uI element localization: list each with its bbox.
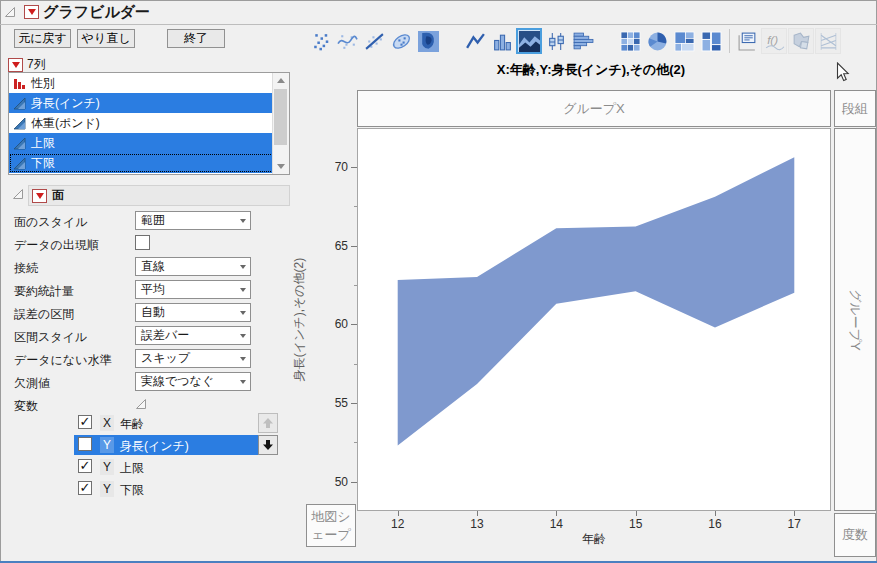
palette-pie-icon[interactable]: [644, 28, 670, 54]
palette-line-of-fit-icon[interactable]: [361, 28, 387, 54]
palette-contour-icon[interactable]: [415, 28, 441, 54]
variable-label: 身長(インチ): [120, 438, 189, 455]
palette-area-icon[interactable]: [516, 28, 542, 54]
outline-title-bar: グラフビルダー: [0, 0, 877, 25]
variable-row[interactable]: ✓X年齢: [0, 413, 300, 435]
palette-smoother-icon[interactable]: [334, 28, 360, 54]
move-up-button: [258, 413, 278, 433]
要約統計量-select[interactable]: 平均: [135, 280, 251, 299]
scroll-up-icon[interactable]: [277, 78, 285, 83]
dropzone-group-x[interactable]: グループX: [357, 90, 831, 127]
y-tick-label: 60: [322, 317, 348, 331]
selected-value: 自動: [141, 305, 165, 319]
データにない水準-select[interactable]: スキップ: [135, 349, 251, 368]
x-axis-label[interactable]: 年齢: [357, 531, 831, 548]
property-row: データにない水準スキップ: [0, 348, 300, 371]
palette-caption-box-icon[interactable]: [734, 28, 760, 54]
move-down-button[interactable]: [258, 435, 278, 455]
area-properties-header: 面: [28, 185, 290, 206]
done-button[interactable]: 終了: [167, 29, 225, 48]
scroll-down-icon[interactable]: [277, 164, 285, 169]
properties-collapse-triangle-icon[interactable]: [12, 188, 24, 200]
y-minor-tick-mark: [354, 285, 357, 286]
y-tick-mark: [351, 246, 357, 247]
dropzone-group-x-label: グループX: [563, 100, 625, 118]
columns-list: 性別身長(インチ)体重(ポンド)上限下限: [8, 72, 290, 175]
column-label: 身長(インチ): [31, 95, 100, 112]
chevron-down-icon: [240, 265, 246, 269]
データの出現順-checkbox[interactable]: [135, 235, 150, 250]
continuous-column-icon: [13, 97, 26, 110]
dropzone-map-shape[interactable]: 地図シェープ: [306, 504, 356, 547]
y-tick-label: 50: [322, 475, 348, 489]
selected-value: 範囲: [141, 213, 165, 227]
palette-parallel-plot-icon: [815, 28, 841, 54]
property-row: 面のスタイル範囲: [0, 210, 300, 233]
dropzone-group-y[interactable]: グループY: [834, 128, 876, 511]
palette-bar-icon[interactable]: [489, 28, 515, 54]
chevron-down-icon: [240, 288, 246, 292]
arrow-down-icon: [262, 439, 274, 451]
palette-histogram-icon[interactable]: [570, 28, 596, 54]
y-tick-label: 70: [322, 160, 348, 174]
chevron-down-icon: [240, 380, 246, 384]
column-item[interactable]: 体重(ポンド): [9, 113, 274, 133]
variable-row[interactable]: Y身長(インチ): [0, 435, 300, 457]
property-label: 要約統計量: [14, 283, 74, 300]
y-minor-tick-mark: [354, 364, 357, 365]
selected-value: 直線: [141, 259, 165, 273]
variable-checkbox[interactable]: ✓: [78, 415, 92, 429]
column-item[interactable]: 身長(インチ): [9, 93, 274, 113]
dropzone-wrap[interactable]: 段組: [834, 90, 876, 127]
誤差の区間-select[interactable]: 自動: [135, 303, 251, 322]
palette-line-icon[interactable]: [462, 28, 488, 54]
x-tick-mark: [556, 511, 557, 516]
property-row: 区間スタイル誤差バー: [0, 325, 300, 348]
variable-row[interactable]: ✓Y下限: [0, 479, 300, 501]
dropzone-frequency[interactable]: 度数: [834, 513, 876, 557]
property-row: 欠測値実線でつなぐ: [0, 371, 300, 394]
redo-button[interactable]: やり直し: [77, 29, 135, 48]
undo-button[interactable]: 元に戻す: [14, 29, 71, 48]
property-row: データの出現順: [0, 233, 300, 256]
column-item[interactable]: 下限: [9, 153, 274, 173]
continuous-column-icon: [13, 137, 26, 150]
palette-ellipse-icon[interactable]: [388, 28, 414, 54]
palette-mosaic-icon[interactable]: [698, 28, 724, 54]
area-red-triangle-button[interactable]: [32, 189, 47, 203]
variable-checkbox[interactable]: [78, 437, 92, 451]
collapse-triangle-icon[interactable]: [4, 6, 16, 18]
欠測値-select[interactable]: 実線でつなぐ: [135, 372, 251, 391]
scrollbar-thumb[interactable]: [274, 89, 287, 145]
y-minor-tick-mark: [354, 206, 357, 207]
x-tick-label: 15: [622, 517, 650, 531]
column-item[interactable]: 上限: [9, 133, 274, 153]
columns-count-label: 7列: [27, 56, 46, 73]
variable-checkbox[interactable]: ✓: [78, 459, 92, 473]
variable-checkbox[interactable]: ✓: [78, 481, 92, 495]
palette-treemap-icon[interactable]: [671, 28, 697, 54]
plot-area[interactable]: [357, 128, 831, 511]
面のスタイル-select[interactable]: 範囲: [135, 211, 251, 230]
selected-value: 実線でつなぐ: [141, 374, 214, 388]
columns-red-triangle-button[interactable]: [8, 58, 23, 72]
区間スタイル-select[interactable]: 誤差バー: [135, 326, 251, 345]
y-minor-tick-mark: [354, 442, 357, 443]
chevron-down-icon: [240, 357, 246, 361]
palette-points-icon[interactable]: [307, 28, 333, 54]
columns-scrollbar[interactable]: [272, 73, 289, 174]
graph-builder-window: グラフビルダー 元に戻す やり直し 終了 f() 7列 性別身長(インチ)体重(…: [0, 0, 877, 563]
dropzone-frequency-label: 度数: [842, 526, 868, 544]
palette-heatmap-icon[interactable]: [617, 28, 643, 54]
接続-select[interactable]: 直線: [135, 257, 251, 276]
column-item[interactable]: 性別: [9, 73, 274, 93]
dropzone-map-shape-label: 地図シェープ: [308, 508, 354, 543]
variables-collapse-triangle-icon[interactable]: [135, 398, 147, 413]
red-triangle-menu-button[interactable]: [24, 5, 39, 19]
y-axis-label[interactable]: 身長(インチ),その他(2): [292, 128, 308, 511]
range-band-area: [358, 129, 830, 510]
palette-box-plot-icon[interactable]: [543, 28, 569, 54]
x-tick-mark: [477, 511, 478, 516]
red-triangle-icon: [36, 193, 44, 199]
variable-row[interactable]: ✓Y上限: [0, 457, 300, 479]
